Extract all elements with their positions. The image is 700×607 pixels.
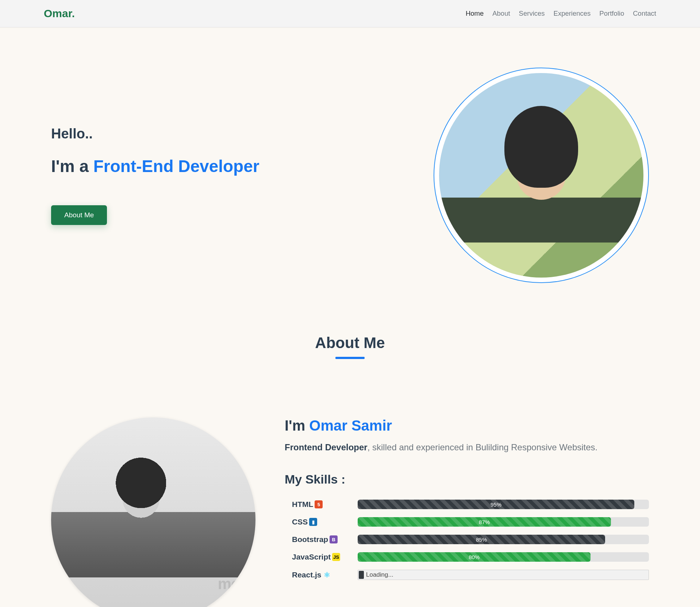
skill-row-css: CSS▮87%	[285, 517, 649, 527]
nav-link-about[interactable]: About	[492, 9, 510, 18]
nav-link-home[interactable]: Home	[466, 9, 484, 18]
skills-list: HTML595%CSS▮87%BootstrapB85%JavaScriptJS…	[285, 500, 649, 580]
skill-pct-label: 85%	[476, 537, 487, 543]
skill-name: React.js	[292, 570, 322, 579]
about-intro-prefix: I'm	[285, 417, 309, 434]
css-icon: ▮	[309, 518, 317, 526]
about-role-bold: Frontend Developer	[285, 442, 368, 452]
about-section-title: About Me	[0, 334, 700, 352]
skill-pct-label: 95%	[491, 501, 501, 508]
skill-label: BootstrapB	[292, 535, 358, 544]
nav-link-contact[interactable]: Contact	[633, 9, 656, 18]
hero-photo-border	[434, 68, 649, 283]
skill-loading-bar: Loading...	[358, 570, 649, 580]
hero-headline-highlight: Front-End Developer	[93, 157, 259, 176]
skill-bar: 80%	[358, 552, 649, 562]
hero-text: Hello.. I'm a Front-End Developer About …	[51, 126, 434, 225]
about-title-wrap: About Me	[0, 334, 700, 359]
skill-name: HTML	[292, 500, 313, 509]
hero-headline-prefix: I'm a	[51, 157, 93, 176]
skill-row-javascript: JavaScriptJS80%	[285, 552, 649, 562]
watermark-text: mostaq	[218, 575, 255, 593]
skill-label: HTML5	[292, 500, 358, 509]
about-text: I'm Omar Samir Frontend Developer, skill…	[285, 417, 649, 607]
nav-link-portfolio[interactable]: Portfolio	[599, 9, 624, 18]
skill-bar: 85%	[358, 535, 649, 544]
about-intro-name: Omar Samir	[309, 417, 392, 434]
skill-name: Bootstrap	[292, 535, 328, 544]
html-icon: 5	[315, 500, 323, 508]
skill-bar: 95%	[358, 500, 649, 509]
nav-links: Home About Services Experiences Portfoli…	[466, 9, 656, 18]
js-icon: JS	[332, 553, 340, 561]
skill-pct-label: 80%	[469, 554, 480, 560]
skill-label: JavaScriptJS	[292, 553, 358, 561]
about-role-line: Frontend Developer, skilled and experien…	[285, 440, 649, 454]
about-photo: mostaq	[51, 417, 255, 607]
hero-photo	[439, 73, 643, 278]
skills-title: My Skills :	[285, 472, 649, 486]
hero-headline: I'm a Front-End Developer	[51, 156, 434, 176]
skill-bar-fill: 95%	[358, 500, 634, 509]
hero-greeting: Hello..	[51, 126, 434, 142]
nav-link-experiences[interactable]: Experiences	[554, 9, 591, 18]
react-icon: ⚛	[323, 571, 331, 579]
about-photo-wrap: mostaq	[51, 417, 255, 607]
navbar: Omar. Home About Services Experiences Po…	[0, 0, 700, 27]
skill-bar-fill: 87%	[358, 517, 611, 527]
bs-icon: B	[330, 535, 338, 543]
skill-bar: 87%	[358, 517, 649, 527]
logo[interactable]: Omar.	[44, 7, 75, 20]
skill-row-html: HTML595%	[285, 500, 649, 509]
skill-label: React.js⚛	[292, 570, 358, 579]
skill-loading-label: Loading...	[366, 571, 393, 579]
about-me-button[interactable]: About Me	[51, 205, 107, 225]
nav-link-services[interactable]: Services	[519, 9, 545, 18]
skill-name: CSS	[292, 518, 308, 526]
skill-name: JavaScript	[292, 553, 331, 561]
skill-pct-label: 87%	[479, 519, 490, 525]
skill-bar-fill: 85%	[358, 535, 605, 544]
hero-section: Hello.. I'm a Front-End Developer About …	[0, 27, 700, 312]
about-intro: I'm Omar Samir	[285, 417, 649, 434]
skill-bar-fill: 80%	[358, 552, 591, 562]
skill-row-bootstrap: BootstrapB85%	[285, 535, 649, 544]
about-role-rest: , skilled and experienced in Bulilding R…	[368, 442, 598, 452]
skill-row-reactjs: React.js⚛Loading...	[285, 570, 649, 580]
about-section: mostaq I'm Omar Samir Frontend Developer…	[0, 359, 700, 607]
skill-label: CSS▮	[292, 518, 358, 526]
hero-photo-wrap	[434, 68, 649, 283]
